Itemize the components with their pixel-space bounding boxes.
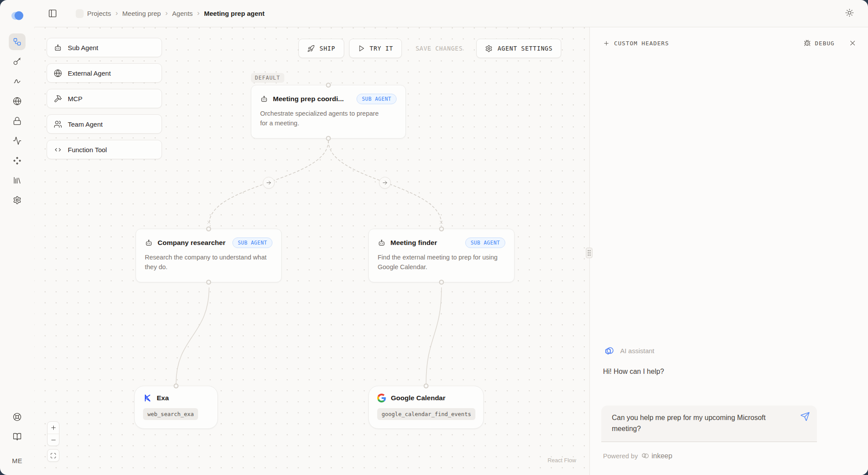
hammer-icon — [54, 95, 62, 103]
bug-icon — [804, 40, 811, 47]
inkeep-assistant-logo — [603, 345, 614, 356]
palette-item-mcp[interactable]: MCP — [47, 89, 162, 108]
code-icon — [54, 146, 62, 154]
edge-finder-gcal — [426, 288, 441, 384]
plus-icon — [603, 40, 610, 47]
save-changes-button[interactable]: SAVE CHANGES — [407, 39, 471, 58]
bot-icon — [145, 239, 153, 247]
node-google-calendar-tool[interactable]: Google Calendar google_calendar_find_eve… — [368, 386, 484, 429]
breadcrumb-separator: › — [197, 9, 200, 18]
tool-name-pill: google_calendar_find_events — [377, 408, 475, 420]
agent-builder-app: ME Projects › Meeting prep › Agents › Me… — [0, 0, 868, 475]
assistant-header: AI assistant — [603, 345, 655, 356]
node-handle-top[interactable] — [174, 384, 179, 388]
sub-agent-badge: SUB AGENT — [232, 238, 272, 248]
breadcrumb-projects[interactable]: Projects — [87, 10, 111, 17]
arrow-right-icon — [382, 180, 388, 186]
palette-item-external-agent[interactable]: External Agent — [47, 63, 162, 83]
bot-icon — [54, 44, 62, 52]
node-handle-top[interactable] — [206, 227, 211, 231]
palette-item-label: External Agent — [68, 69, 111, 77]
bot-icon — [260, 95, 268, 103]
rail-item-activity[interactable] — [9, 132, 26, 149]
rocket-icon — [307, 45, 315, 52]
rail-item-keys[interactable] — [9, 53, 26, 70]
maximize-icon — [50, 453, 56, 459]
powered-by-inkeep-link[interactable]: Powered by inkeep — [603, 452, 672, 460]
react-flow-attribution: React Flow — [548, 457, 576, 464]
panel-resize-handle[interactable] — [586, 248, 592, 258]
plus-icon — [50, 424, 57, 431]
rail-item-settings[interactable] — [9, 192, 26, 208]
custom-headers-label: CUSTOM HEADERS — [614, 40, 669, 47]
debug-button[interactable]: DEBUG — [804, 40, 835, 47]
edge-endpoint-marker — [206, 220, 211, 225]
node-handle-top[interactable] — [439, 227, 444, 231]
zoom-out-button[interactable] — [48, 434, 59, 446]
node-description: Research the company to understand what … — [145, 253, 268, 272]
panel-left-icon — [48, 9, 57, 18]
shapes-icon — [13, 156, 22, 165]
close-panel-button[interactable] — [849, 39, 857, 47]
palette-item-sub-agent[interactable]: Sub Agent — [47, 38, 162, 57]
rail-item-docs[interactable] — [9, 428, 26, 445]
assistant-greeting-message: Hi! How can I help? — [603, 368, 664, 376]
chat-side-panel: CUSTOM HEADERS DEBUG AI assistant Hi! Ho… — [589, 27, 868, 475]
lock-icon — [13, 117, 22, 125]
arrow-right-icon — [266, 180, 272, 186]
node-meeting-finder[interactable]: Meeting finder SUB AGENT Find the extern… — [368, 229, 515, 282]
node-meeting-prep-coordinator[interactable]: Meeting prep coordi... SUB AGENT Orchest… — [251, 85, 406, 139]
chat-input[interactable]: Can you help me prep for my upcoming Mic… — [612, 412, 790, 434]
life-buoy-icon — [13, 413, 22, 421]
palette-item-function-tool[interactable]: Function Tool — [47, 140, 162, 159]
palette-item-team-agent[interactable]: Team Agent — [47, 114, 162, 134]
try-it-button[interactable]: TRY IT — [349, 39, 402, 58]
activity-icon — [13, 136, 22, 145]
custom-headers-button[interactable]: CUSTOM HEADERS — [603, 40, 669, 47]
user-avatar[interactable]: ME — [9, 454, 25, 467]
workflow-icon — [13, 37, 22, 46]
ship-button[interactable]: SHIP — [298, 39, 344, 58]
node-handle-top[interactable] — [424, 384, 429, 388]
rail-item-library[interactable] — [9, 172, 26, 189]
node-handle-bottom[interactable] — [326, 136, 331, 141]
globe-icon — [13, 97, 22, 106]
palette-item-label: Team Agent — [68, 121, 103, 128]
rail-item-workflow[interactable] — [9, 33, 26, 50]
google-logo-icon — [377, 394, 386, 402]
assistant-name: AI assistant — [620, 347, 655, 354]
breadcrumb-current-page: Meeting prep agent — [204, 10, 265, 17]
rail-item-credentials[interactable] — [9, 73, 26, 90]
breadcrumb: Projects › Meeting prep › Agents › Meeti… — [87, 9, 265, 18]
rail-item-network[interactable] — [9, 93, 26, 110]
agent-settings-button-label: AGENT SETTINGS — [497, 45, 552, 52]
node-handle-bottom[interactable] — [439, 280, 444, 285]
node-exa-tool[interactable]: Exa web_search_exa — [134, 386, 218, 429]
breadcrumb-agents[interactable]: Agents — [172, 10, 193, 17]
rail-item-components[interactable] — [9, 152, 26, 169]
edge-arrow-badge — [379, 177, 391, 189]
edge-endpoint-marker — [439, 220, 444, 225]
left-icon-rail: ME — [0, 0, 34, 475]
library-icon — [13, 176, 22, 185]
node-title: Google Calendar — [391, 394, 445, 402]
node-handle-bottom[interactable] — [206, 280, 211, 285]
graph-canvas[interactable]: Sub Agent External Agent MCP Team Agent … — [34, 27, 589, 475]
fit-view-button[interactable] — [48, 449, 59, 461]
node-company-researcher[interactable]: Company researcher SUB AGENT Research th… — [136, 229, 282, 282]
breadcrumb-skeleton — [76, 9, 84, 18]
rail-item-security[interactable] — [9, 113, 26, 129]
rail-item-help[interactable] — [9, 409, 26, 425]
close-icon — [849, 39, 857, 47]
breadcrumb-project-name[interactable]: Meeting prep — [122, 10, 161, 17]
powered-by-label: Powered by — [603, 452, 638, 460]
theme-toggle-button[interactable] — [845, 8, 854, 17]
agent-settings-button[interactable]: AGENT SETTINGS — [476, 39, 561, 58]
minus-icon — [50, 437, 57, 443]
send-icon — [800, 412, 810, 421]
send-button[interactable] — [800, 412, 810, 421]
chat-panel-header: CUSTOM HEADERS DEBUG — [603, 36, 857, 50]
sidebar-toggle-button[interactable] — [45, 6, 60, 21]
node-handle-top[interactable] — [326, 83, 331, 88]
zoom-in-button[interactable] — [48, 422, 59, 434]
